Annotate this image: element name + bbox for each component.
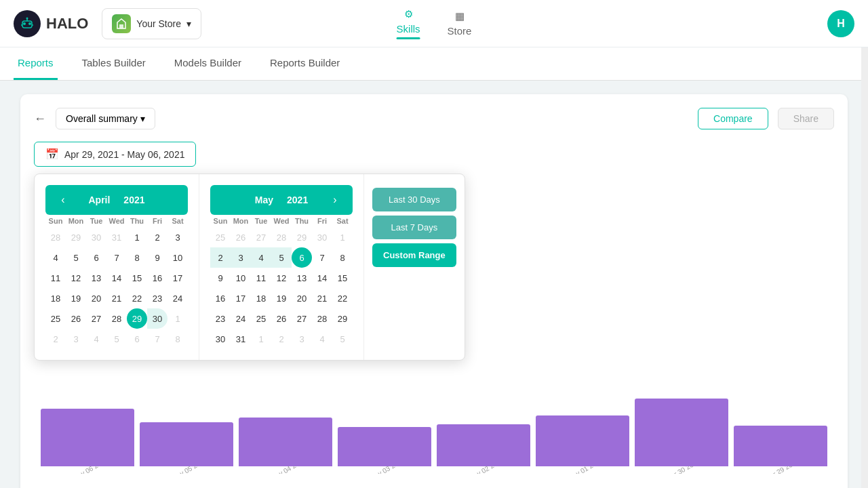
nav-store[interactable]: ▦ Store bbox=[448, 10, 472, 37]
cal-day[interactable]: 23 bbox=[210, 308, 231, 329]
cal-day[interactable]: 1 bbox=[127, 227, 147, 247]
cal-day[interactable]: 11 bbox=[45, 268, 66, 288]
cal-day[interactable]: 18 bbox=[251, 288, 271, 308]
share-button[interactable]: Share bbox=[778, 108, 834, 129]
cal-day[interactable]: 24 bbox=[167, 288, 188, 308]
cal-day[interactable]: 4 bbox=[45, 247, 66, 268]
cal-day[interactable]: 11 bbox=[251, 268, 271, 288]
cal-day[interactable]: 7 bbox=[147, 329, 167, 349]
cal-day[interactable]: 26 bbox=[231, 227, 251, 247]
cal-day[interactable]: 6 bbox=[127, 329, 147, 349]
cal-day[interactable]: 29 bbox=[292, 227, 312, 247]
cal-day[interactable]: 27 bbox=[292, 308, 312, 329]
cal-day-selected-6[interactable]: 6 bbox=[292, 247, 312, 268]
compare-button[interactable]: Compare bbox=[698, 108, 768, 129]
last-7-days-button[interactable]: Last 7 Days bbox=[372, 216, 456, 239]
cal-day[interactable]: 23 bbox=[147, 288, 167, 308]
cal-day[interactable]: 30 bbox=[86, 227, 106, 247]
cal-day[interactable]: 13 bbox=[292, 268, 312, 288]
prev-month-button[interactable]: ‹ bbox=[54, 190, 73, 209]
cal-day[interactable]: 30 bbox=[312, 227, 332, 247]
cal-day[interactable]: 17 bbox=[167, 268, 188, 288]
cal-day[interactable]: 19 bbox=[66, 288, 86, 308]
cal-day[interactable]: 26 bbox=[271, 308, 292, 329]
cal-day[interactable]: 5 bbox=[66, 247, 86, 268]
cal-day[interactable]: 17 bbox=[231, 288, 251, 308]
cal-day[interactable]: 14 bbox=[106, 268, 127, 288]
cal-day[interactable]: 2 bbox=[147, 227, 167, 247]
cal-day[interactable]: 20 bbox=[292, 288, 312, 308]
cal-day[interactable]: 28 bbox=[271, 227, 292, 247]
cal-day[interactable]: 12 bbox=[271, 268, 292, 288]
summary-dropdown[interactable]: Overall summary ▾ bbox=[56, 108, 155, 129]
tab-reports-builder[interactable]: Reports Builder bbox=[266, 47, 344, 80]
cal-day[interactable]: 15 bbox=[127, 268, 147, 288]
custom-range-button[interactable]: Custom Range bbox=[372, 243, 456, 267]
cal-day[interactable]: 30 bbox=[147, 308, 167, 329]
cal-day[interactable]: 15 bbox=[332, 268, 353, 288]
cal-day[interactable]: 22 bbox=[127, 288, 147, 308]
cal-day[interactable]: 9 bbox=[147, 247, 167, 268]
nav-skills[interactable]: ⚙ Skills bbox=[397, 8, 420, 39]
cal-day-selected-29[interactable]: 29 bbox=[127, 308, 147, 329]
cal-day[interactable]: 27 bbox=[251, 227, 271, 247]
cal-day[interactable]: 8 bbox=[127, 247, 147, 268]
cal-day[interactable]: 29 bbox=[332, 308, 353, 329]
cal-day[interactable]: 5 bbox=[106, 329, 127, 349]
cal-day[interactable]: 5 bbox=[271, 247, 292, 268]
cal-day[interactable]: 16 bbox=[147, 268, 167, 288]
last-30-days-button[interactable]: Last 30 Days bbox=[372, 188, 456, 211]
cal-day[interactable]: 2 bbox=[271, 329, 292, 349]
cal-day[interactable]: 1 bbox=[332, 227, 353, 247]
cal-day[interactable]: 3 bbox=[167, 227, 188, 247]
cal-day[interactable]: 14 bbox=[312, 268, 332, 288]
cal-day[interactable]: 30 bbox=[210, 329, 231, 349]
cal-day[interactable]: 13 bbox=[86, 268, 106, 288]
cal-day[interactable]: 3 bbox=[231, 247, 251, 268]
cal-day[interactable]: 12 bbox=[66, 268, 86, 288]
cal-day[interactable]: 25 bbox=[45, 308, 66, 329]
cal-day[interactable]: 4 bbox=[86, 329, 106, 349]
cal-day[interactable]: 1 bbox=[167, 308, 188, 329]
cal-day[interactable]: 8 bbox=[167, 329, 188, 349]
cal-day[interactable]: 29 bbox=[66, 227, 86, 247]
date-range-button[interactable]: 📅 Apr 29, 2021 - May 06, 2021 bbox=[34, 142, 196, 167]
cal-day[interactable]: 3 bbox=[66, 329, 86, 349]
cal-day[interactable]: 31 bbox=[231, 329, 251, 349]
next-month-button[interactable]: › bbox=[326, 190, 344, 209]
cal-day[interactable]: 27 bbox=[86, 308, 106, 329]
cal-day[interactable]: 6 bbox=[86, 247, 106, 268]
cal-day[interactable]: 24 bbox=[231, 308, 251, 329]
tab-tables-builder[interactable]: Tables Builder bbox=[78, 47, 150, 80]
cal-day[interactable]: 19 bbox=[271, 288, 292, 308]
cal-day[interactable]: 21 bbox=[312, 288, 332, 308]
back-button[interactable]: ← bbox=[34, 112, 46, 126]
cal-day[interactable]: 28 bbox=[45, 227, 66, 247]
cal-day[interactable]: 10 bbox=[167, 247, 188, 268]
tab-reports[interactable]: Reports bbox=[14, 47, 58, 80]
cal-day[interactable]: 26 bbox=[66, 308, 86, 329]
cal-day[interactable]: 21 bbox=[106, 288, 127, 308]
avatar[interactable]: H bbox=[827, 10, 854, 37]
cal-day[interactable]: 31 bbox=[106, 227, 127, 247]
cal-day[interactable]: 10 bbox=[231, 268, 251, 288]
cal-day[interactable]: 2 bbox=[210, 247, 231, 268]
cal-day[interactable]: 28 bbox=[106, 308, 127, 329]
cal-day[interactable]: 1 bbox=[251, 329, 271, 349]
cal-day[interactable]: 18 bbox=[45, 288, 66, 308]
cal-day[interactable]: 2 bbox=[45, 329, 66, 349]
store-selector[interactable]: Your Store ▾ bbox=[102, 8, 201, 39]
cal-day[interactable]: 16 bbox=[210, 288, 231, 308]
cal-day[interactable]: 4 bbox=[251, 247, 271, 268]
cal-day[interactable]: 8 bbox=[332, 247, 353, 268]
cal-day[interactable]: 4 bbox=[312, 329, 332, 349]
cal-day[interactable]: 20 bbox=[86, 288, 106, 308]
cal-day[interactable]: 7 bbox=[106, 247, 127, 268]
cal-day[interactable]: 9 bbox=[210, 268, 231, 288]
cal-day[interactable]: 5 bbox=[332, 329, 353, 349]
cal-day[interactable]: 28 bbox=[312, 308, 332, 329]
cal-day[interactable]: 25 bbox=[251, 308, 271, 329]
cal-day[interactable]: 3 bbox=[292, 329, 312, 349]
cal-day[interactable]: 25 bbox=[210, 227, 231, 247]
tab-models-builder[interactable]: Models Builder bbox=[170, 47, 245, 80]
